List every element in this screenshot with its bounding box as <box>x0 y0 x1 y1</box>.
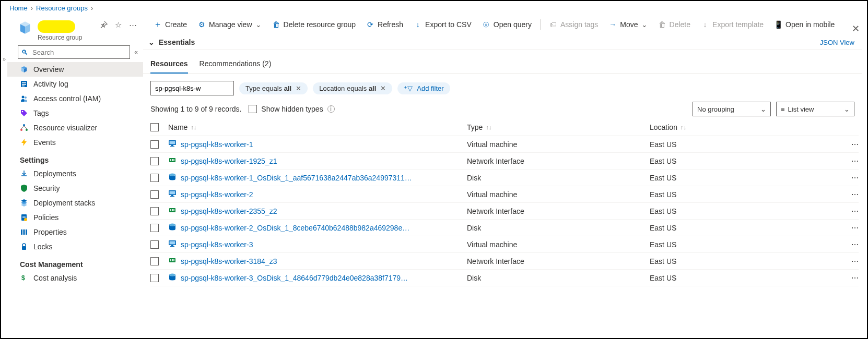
sidebar-item-cost-analysis[interactable]: $ Cost analysis <box>7 271 143 285</box>
resource-link[interactable]: sp-pgsql-k8s-worker-2355_z2 <box>181 207 277 215</box>
manage-view-button[interactable]: ⚙Manage view⌄ <box>192 18 267 31</box>
row-checkbox[interactable] <box>150 274 159 282</box>
row-checkbox[interactable] <box>150 190 159 199</box>
sidebar-item-visualizer[interactable]: Resource visualizer <box>7 120 143 135</box>
row-more-icon[interactable]: ⋯ <box>851 274 859 282</box>
export-csv-button[interactable]: ↓Export to CSV <box>408 18 477 31</box>
open-query-button[interactable]: ⦾Open query <box>477 18 537 31</box>
checkbox-icon[interactable] <box>249 105 257 113</box>
filter-pill-location[interactable]: Location equals all ✕ <box>313 82 392 94</box>
sidebar-item-label: Locks <box>33 243 53 251</box>
resource-link[interactable]: sp-pgsql-k8s-worker-1_OsDisk_1_aaf567163… <box>181 174 412 182</box>
column-header-location[interactable]: Location↑↓ <box>650 123 838 131</box>
row-checkbox[interactable] <box>150 257 159 265</box>
show-hidden-types-toggle[interactable]: Show hidden types i <box>249 105 334 113</box>
breadcrumb-sep: › <box>91 4 93 12</box>
row-checkbox[interactable] <box>150 157 159 165</box>
resource-link[interactable]: sp-pgsql-k8s-worker-1 <box>181 140 253 149</box>
refresh-button[interactable]: ⟳Refresh <box>361 18 408 31</box>
view-select[interactable]: ≡List view ⌄ <box>776 102 854 116</box>
export-template-button[interactable]: ↓Export template <box>696 18 769 31</box>
row-checkbox[interactable] <box>150 224 159 232</box>
row-more-icon[interactable]: ⋯ <box>851 257 859 265</box>
sidebar-item-properties[interactable]: Properties <box>7 225 143 239</box>
resource-link[interactable]: sp-pgsql-k8s-worker-2_OsDisk_1_8cebe6740… <box>181 224 409 232</box>
column-header-name[interactable]: Name↑↓ <box>168 123 467 131</box>
resource-link[interactable]: sp-pgsql-k8s-worker-3184_z3 <box>181 257 277 265</box>
row-checkbox[interactable] <box>150 174 159 182</box>
collapse-sidebar-icon[interactable]: « <box>134 49 138 56</box>
sidebar-item-iam[interactable]: Access control (IAM) <box>7 91 143 106</box>
svg-rect-33 <box>170 209 171 211</box>
tab-resources[interactable]: Resources <box>150 56 188 73</box>
row-checkbox[interactable] <box>150 207 159 215</box>
sidebar-item-security[interactable]: Security <box>7 181 143 196</box>
row-more-icon[interactable]: ⋯ <box>851 207 859 215</box>
row-more-icon[interactable]: ⋯ <box>851 240 859 249</box>
sidebar-item-locks[interactable]: Locks <box>7 239 143 254</box>
sidebar-item-overview[interactable]: Overview <box>7 62 143 77</box>
table-row: sp-pgsql-k8s-worker-3Virtual machineEast… <box>150 236 859 253</box>
sidebar-item-activity-log[interactable]: Activity log <box>7 77 143 91</box>
resource-location: East US <box>650 174 838 182</box>
row-more-icon[interactable]: ⋯ <box>851 157 859 165</box>
info-icon[interactable]: i <box>327 105 335 113</box>
row-checkbox[interactable] <box>150 240 159 249</box>
svg-rect-31 <box>170 196 174 197</box>
favorite-icon[interactable]: ☆ <box>115 20 122 30</box>
sidebar-section-settings: Settings <box>7 150 143 166</box>
grouping-select[interactable]: No grouping ⌄ <box>693 102 771 116</box>
visualizer-icon <box>20 124 28 132</box>
close-icon[interactable]: ✕ <box>852 23 860 34</box>
tab-recommendations[interactable]: Recommendations (2) <box>200 56 272 73</box>
delete-rg-button[interactable]: 🗑Delete resource group <box>267 18 361 31</box>
activity-log-icon <box>20 80 28 88</box>
remove-filter-icon[interactable]: ✕ <box>380 84 386 92</box>
pin-icon[interactable] <box>100 21 108 30</box>
remove-filter-icon[interactable]: ✕ <box>296 84 301 92</box>
select-all-checkbox[interactable] <box>150 123 159 131</box>
resource-link[interactable]: sp-pgsql-k8s-worker-3_OsDisk_1_48646d779… <box>181 274 408 282</box>
breadcrumb: Home › Resource groups › <box>1 1 867 14</box>
row-checkbox[interactable] <box>150 140 159 149</box>
disk-icon <box>168 173 177 183</box>
open-mobile-button[interactable]: 📱Open in mobile <box>769 18 840 31</box>
sidebar-item-events[interactable]: Events <box>7 135 143 150</box>
sidebar-item-policies[interactable]: Policies <box>7 210 143 225</box>
delete-button[interactable]: 🗑Delete <box>653 18 696 31</box>
table-row: sp-pgsql-k8s-worker-1Virtual machineEast… <box>150 136 859 153</box>
chevron-down-icon: ⌄ <box>148 38 155 46</box>
sidebar-item-deployments[interactable]: Deployments <box>7 166 143 181</box>
row-more-icon[interactable]: ⋯ <box>851 190 859 199</box>
sidebar-search[interactable]: 🔍︎ <box>18 45 130 59</box>
json-view-link[interactable]: JSON View <box>820 39 854 46</box>
resource-link[interactable]: sp-pgsql-k8s-worker-3 <box>181 240 253 249</box>
sidebar-item-label: Events <box>33 138 56 147</box>
move-button[interactable]: →Move⌄ <box>603 18 652 31</box>
sidebar-item-tags[interactable]: Tags <box>7 106 143 120</box>
plus-icon: ＋ <box>154 20 162 29</box>
breadcrumb-home[interactable]: Home <box>9 4 28 12</box>
svg-rect-26 <box>173 159 174 161</box>
row-more-icon[interactable]: ⋯ <box>851 174 859 182</box>
column-header-type[interactable]: Type↑↓ <box>467 123 650 131</box>
resource-location: East US <box>650 240 838 249</box>
more-icon[interactable]: ⋯ <box>129 20 137 30</box>
breadcrumb-sep: › <box>31 4 33 12</box>
breadcrumb-resource-groups[interactable]: Resource groups <box>36 4 88 12</box>
expand-handle[interactable]: » <box>1 14 7 337</box>
sidebar-search-input[interactable] <box>31 48 126 57</box>
resource-link[interactable]: sp-pgsql-k8s-worker-1925_z1 <box>181 157 277 165</box>
table-row: sp-pgsql-k8s-worker-1925_z1Network Inter… <box>150 153 859 170</box>
resource-filter-input[interactable] <box>150 81 234 95</box>
sidebar-item-stacks[interactable]: Deployment stacks <box>7 196 143 210</box>
filter-pill-type[interactable]: Type equals all ✕ <box>239 82 308 94</box>
assign-tags-button[interactable]: 🏷Assign tags <box>544 18 603 31</box>
essentials-toggle[interactable]: ⌄ Essentials <box>148 38 195 46</box>
add-filter-button[interactable]: ⁺▽ Add filter <box>397 82 450 94</box>
create-button[interactable]: ＋Create <box>148 18 192 31</box>
row-more-icon[interactable]: ⋯ <box>851 224 859 232</box>
row-more-icon[interactable]: ⋯ <box>851 140 859 149</box>
download-icon: ↓ <box>414 20 422 29</box>
resource-link[interactable]: sp-pgsql-k8s-worker-2 <box>181 190 253 199</box>
